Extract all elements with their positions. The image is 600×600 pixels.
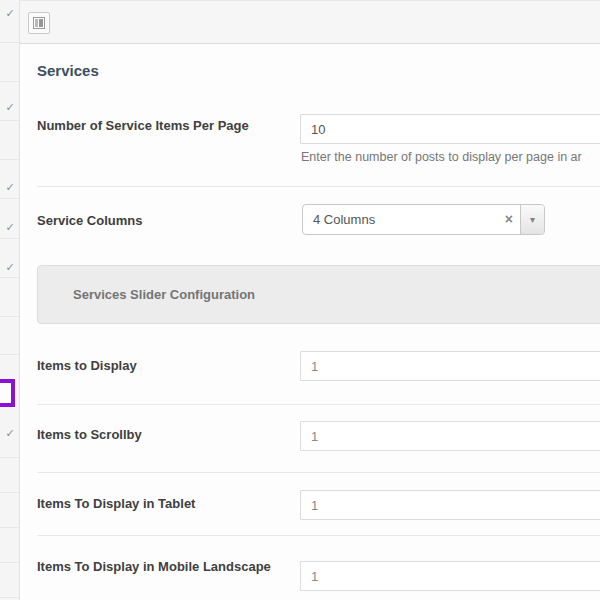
sidebar-divider <box>0 81 19 82</box>
items-per-page-description: Enter the number of posts to display per… <box>301 150 582 164</box>
chevron-down-icon: ▾ <box>530 215 535 225</box>
annotation-highlight-rectangle <box>0 379 15 407</box>
sidebar-divider <box>0 457 19 458</box>
items-to-display-input[interactable] <box>300 351 600 381</box>
row-divider <box>37 535 600 536</box>
sidebar-divider <box>0 597 19 598</box>
sidebar-item-check-icon[interactable]: ✓ <box>2 100 18 114</box>
sidebar-divider <box>0 120 19 121</box>
sidebar-divider <box>0 492 19 493</box>
panel-layout-button[interactable] <box>28 12 50 34</box>
options-toolbar <box>20 0 600 44</box>
items-to-scrollby-input[interactable] <box>300 421 600 451</box>
clear-selection-icon[interactable]: × <box>505 205 513 234</box>
services-slider-section-header: Services Slider Configuration <box>37 265 600 324</box>
items-per-page-label: Number of Service Items Per Page <box>37 117 282 134</box>
page-title: Services <box>37 62 99 79</box>
items-tablet-label: Items To Display in Tablet <box>37 495 282 512</box>
settings-content: Services Number of Service Items Per Pag… <box>20 45 600 600</box>
sidebar-item-check-icon[interactable]: ✓ <box>2 220 18 234</box>
items-tablet-input[interactable] <box>300 490 600 520</box>
theme-options-page: ✓ ✓ ✓ ✓ ✓ ✓ Services Number of Service I… <box>0 0 600 600</box>
sidebar-divider <box>0 562 19 563</box>
layout-panel-icon <box>33 17 45 29</box>
sidebar-divider <box>0 316 19 317</box>
sidebar-divider <box>0 238 19 239</box>
row-divider <box>37 472 600 473</box>
service-columns-select[interactable]: 4 Columns × ▾ <box>302 204 545 235</box>
items-mobile-landscape-label: Items To Display in Mobile Landscape <box>37 558 282 575</box>
items-to-scrollby-label: Items to Scrollby <box>37 426 282 443</box>
sidebar-item-check-icon[interactable]: ✓ <box>2 6 18 20</box>
row-divider <box>37 404 600 405</box>
section-title: Services Slider Configuration <box>73 287 255 302</box>
items-mobile-landscape-input[interactable] <box>300 561 600 591</box>
sidebar-item-check-icon[interactable]: ✓ <box>2 260 18 274</box>
sidebar-item-check-icon[interactable]: ✓ <box>2 180 18 194</box>
sidebar-divider <box>0 527 19 528</box>
sidebar-divider <box>0 42 19 43</box>
sidebar-divider <box>0 159 19 160</box>
sidebar-divider <box>0 198 19 199</box>
service-columns-label: Service Columns <box>37 212 282 229</box>
items-to-display-label: Items to Display <box>37 357 282 374</box>
items-per-page-input[interactable] <box>300 114 600 144</box>
options-sidebar: ✓ ✓ ✓ ✓ ✓ ✓ <box>0 0 20 600</box>
selected-option-label: 4 Columns <box>313 205 375 234</box>
sidebar-item-check-icon[interactable]: ✓ <box>2 426 18 440</box>
dropdown-toggle-button[interactable]: ▾ <box>520 205 544 234</box>
row-divider <box>37 186 600 187</box>
sidebar-divider <box>0 354 19 355</box>
sidebar-divider <box>0 277 19 278</box>
